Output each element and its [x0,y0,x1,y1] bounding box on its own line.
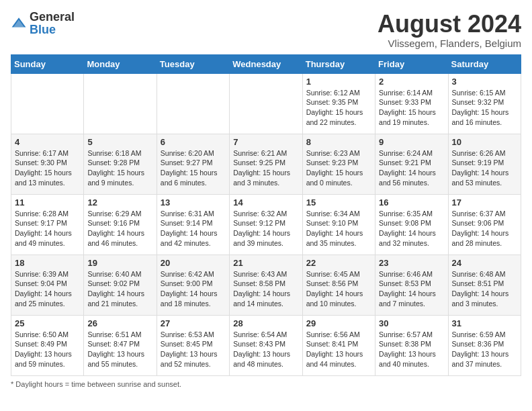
day-info: Sunrise: 6:24 AMSunset: 9:21 PMDaylight:… [379,148,444,188]
day-info: Sunrise: 6:23 AMSunset: 9:23 PMDaylight:… [306,148,371,188]
day-number: 17 [452,197,517,208]
day-number: 20 [161,258,226,268]
logo-icon [11,15,27,32]
day-number: 11 [15,197,80,208]
day-number: 8 [306,137,371,147]
day-number: 22 [306,258,371,268]
day-number: 21 [233,258,298,268]
calendar-week-1: 1Sunrise: 6:12 AMSunset: 9:35 PMDaylight… [11,73,521,134]
day-info: Sunrise: 6:37 AMSunset: 9:06 PMDaylight:… [452,209,517,248]
calendar-cell: 31Sunrise: 6:59 AMSunset: 8:36 PMDayligh… [448,315,521,375]
day-info: Sunrise: 6:56 AMSunset: 8:41 PMDaylight:… [306,330,371,369]
calendar-header-friday: Friday [375,54,448,73]
calendar-cell: 10Sunrise: 6:26 AMSunset: 9:19 PMDayligh… [448,134,521,194]
calendar-cell: 16Sunrise: 6:35 AMSunset: 9:08 PMDayligh… [375,194,448,255]
day-number: 30 [379,318,444,328]
day-number: 26 [87,318,152,328]
day-number: 2 [379,77,444,87]
day-info: Sunrise: 6:17 AMSunset: 9:30 PMDaylight:… [15,148,80,188]
day-info: Sunrise: 6:29 AMSunset: 9:16 PMDaylight:… [87,209,152,248]
calendar-cell: 22Sunrise: 6:45 AMSunset: 8:56 PMDayligh… [302,255,375,315]
calendar-cell: 28Sunrise: 6:54 AMSunset: 8:43 PMDayligh… [230,315,302,375]
calendar-cell: 23Sunrise: 6:46 AMSunset: 8:53 PMDayligh… [375,255,448,315]
day-info: Sunrise: 6:53 AMSunset: 8:45 PMDaylight:… [161,330,226,369]
logo-general: General [30,10,75,24]
calendar-cell: 1Sunrise: 6:12 AMSunset: 9:35 PMDaylight… [302,73,375,134]
calendar-week-4: 18Sunrise: 6:39 AMSunset: 9:04 PMDayligh… [11,255,521,315]
day-info: Sunrise: 6:15 AMSunset: 9:32 PMDaylight:… [452,88,517,128]
calendar-cell [230,73,302,134]
calendar-cell: 9Sunrise: 6:24 AMSunset: 9:21 PMDaylight… [375,134,448,194]
day-info: Sunrise: 6:54 AMSunset: 8:43 PMDaylight:… [233,330,298,369]
day-info: Sunrise: 6:46 AMSunset: 8:53 PMDaylight:… [379,269,444,309]
calendar-cell: 24Sunrise: 6:48 AMSunset: 8:51 PMDayligh… [448,255,521,315]
calendar-cell: 18Sunrise: 6:39 AMSunset: 9:04 PMDayligh… [11,255,84,315]
day-number: 16 [379,197,444,208]
day-info: Sunrise: 6:12 AMSunset: 9:35 PMDaylight:… [306,88,371,128]
day-info: Sunrise: 6:45 AMSunset: 8:56 PMDaylight:… [306,269,371,309]
day-number: 18 [15,258,80,268]
day-number: 29 [306,318,371,328]
calendar-cell: 8Sunrise: 6:23 AMSunset: 9:23 PMDaylight… [302,134,375,194]
day-number: 25 [15,318,80,328]
day-number: 9 [379,137,444,147]
calendar-cell: 17Sunrise: 6:37 AMSunset: 9:06 PMDayligh… [448,194,521,255]
calendar-header-monday: Monday [84,54,157,73]
day-info: Sunrise: 6:18 AMSunset: 9:28 PMDaylight:… [87,148,152,188]
calendar-cell: 11Sunrise: 6:28 AMSunset: 9:17 PMDayligh… [11,194,84,255]
day-info: Sunrise: 6:35 AMSunset: 9:08 PMDaylight:… [379,209,444,248]
day-number: 6 [161,137,226,147]
day-number: 31 [452,318,517,328]
day-number: 7 [233,137,298,147]
calendar-week-2: 4Sunrise: 6:17 AMSunset: 9:30 PMDaylight… [11,134,521,194]
day-info: Sunrise: 6:59 AMSunset: 8:36 PMDaylight:… [452,330,517,369]
day-info: Sunrise: 6:40 AMSunset: 9:02 PMDaylight:… [87,269,152,309]
calendar-header-sunday: Sunday [11,54,84,73]
calendar-header-thursday: Thursday [302,54,375,73]
day-info: Sunrise: 6:14 AMSunset: 9:33 PMDaylight:… [379,88,444,128]
day-number: 10 [452,137,517,147]
calendar-week-3: 11Sunrise: 6:28 AMSunset: 9:17 PMDayligh… [11,194,521,255]
calendar-cell [84,73,157,134]
calendar-header-saturday: Saturday [448,54,521,73]
day-number: 23 [379,258,444,268]
footer-note: * Daylight hours = time between sunrise … [11,380,521,388]
day-info: Sunrise: 6:21 AMSunset: 9:25 PMDaylight:… [233,148,298,188]
day-number: 15 [306,197,371,208]
day-info: Sunrise: 6:32 AMSunset: 9:12 PMDaylight:… [233,209,298,248]
day-number: 19 [87,258,152,268]
day-info: Sunrise: 6:31 AMSunset: 9:14 PMDaylight:… [161,209,226,248]
day-number: 1 [306,77,371,87]
day-number: 24 [452,258,517,268]
calendar-cell: 2Sunrise: 6:14 AMSunset: 9:33 PMDaylight… [375,73,448,134]
day-number: 27 [161,318,226,328]
title-area: August 2024 Vlissegem, Flanders, Belgium [378,11,521,49]
day-number: 28 [233,318,298,328]
calendar-header-wednesday: Wednesday [230,54,302,73]
calendar-cell: 26Sunrise: 6:51 AMSunset: 8:47 PMDayligh… [84,315,157,375]
calendar-cell: 29Sunrise: 6:56 AMSunset: 8:41 PMDayligh… [302,315,375,375]
day-info: Sunrise: 6:43 AMSunset: 8:58 PMDaylight:… [233,269,298,309]
calendar-cell: 19Sunrise: 6:40 AMSunset: 9:02 PMDayligh… [84,255,157,315]
calendar-cell: 3Sunrise: 6:15 AMSunset: 9:32 PMDaylight… [448,73,521,134]
day-number: 12 [87,197,152,208]
day-info: Sunrise: 6:57 AMSunset: 8:38 PMDaylight:… [379,330,444,369]
calendar-header-tuesday: Tuesday [157,54,229,73]
day-info: Sunrise: 6:50 AMSunset: 8:49 PMDaylight:… [15,330,80,369]
location: Vlissegem, Flanders, Belgium [378,38,521,49]
calendar: SundayMondayTuesdayWednesdayThursdayFrid… [11,54,521,376]
day-info: Sunrise: 6:20 AMSunset: 9:27 PMDaylight:… [161,148,226,188]
calendar-cell: 15Sunrise: 6:34 AMSunset: 9:10 PMDayligh… [302,194,375,255]
calendar-cell: 30Sunrise: 6:57 AMSunset: 8:38 PMDayligh… [375,315,448,375]
logo-blue: Blue [30,23,56,36]
header: General Blue August 2024 Vlissegem, Flan… [11,11,521,49]
day-number: 5 [87,137,152,147]
day-number: 4 [15,137,80,147]
day-info: Sunrise: 6:34 AMSunset: 9:10 PMDaylight:… [306,209,371,248]
calendar-cell: 7Sunrise: 6:21 AMSunset: 9:25 PMDaylight… [230,134,302,194]
day-number: 3 [452,77,517,87]
calendar-cell [157,73,229,134]
calendar-cell: 25Sunrise: 6:50 AMSunset: 8:49 PMDayligh… [11,315,84,375]
calendar-cell: 4Sunrise: 6:17 AMSunset: 9:30 PMDaylight… [11,134,84,194]
calendar-cell: 5Sunrise: 6:18 AMSunset: 9:28 PMDaylight… [84,134,157,194]
